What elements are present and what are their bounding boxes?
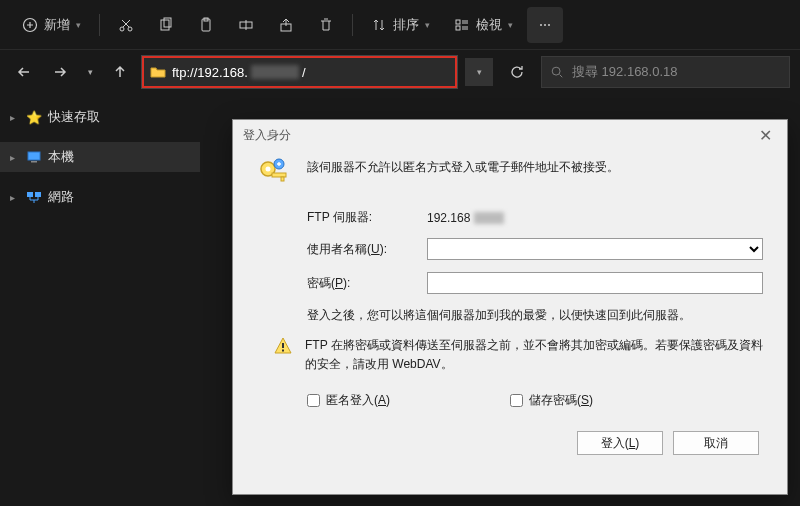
- chevron-down-icon: ▾: [425, 20, 430, 30]
- address-bar[interactable]: ftp://192.168./: [142, 56, 457, 88]
- paste-icon: [198, 17, 214, 33]
- divider: [352, 14, 353, 36]
- close-button[interactable]: ✕: [753, 123, 777, 147]
- view-button[interactable]: 檢視 ▾: [444, 7, 523, 43]
- cancel-button[interactable]: 取消: [673, 431, 759, 455]
- chevron-down-icon: ▾: [477, 67, 482, 77]
- svg-rect-18: [35, 192, 41, 197]
- server-value: 192.168: [427, 211, 763, 225]
- password-field[interactable]: [427, 272, 763, 294]
- chevron-right-icon: ▸: [10, 152, 20, 163]
- svg-point-2: [128, 27, 132, 31]
- svg-rect-15: [28, 152, 40, 160]
- close-icon: ✕: [759, 126, 772, 145]
- login-button[interactable]: 登入(L): [577, 431, 663, 455]
- password-label: 密碼(P):: [307, 275, 427, 292]
- share-icon: [278, 17, 294, 33]
- more-button[interactable]: [527, 7, 563, 43]
- address-history-dropdown[interactable]: ▾: [465, 58, 493, 86]
- refresh-icon: [509, 64, 525, 80]
- cut-icon: [118, 17, 134, 33]
- dialog-title: 登入身分: [243, 127, 291, 144]
- svg-point-20: [266, 167, 271, 172]
- new-label: 新增: [44, 16, 70, 34]
- star-icon: ⭐: [26, 109, 42, 125]
- svg-point-13: [548, 24, 550, 26]
- refresh-button[interactable]: [501, 56, 533, 88]
- svg-rect-17: [27, 192, 33, 197]
- dialog-message: 該伺服器不允許以匿名方式登入或電子郵件地址不被接受。: [307, 158, 763, 177]
- folder-icon: [150, 64, 166, 80]
- svg-rect-24: [282, 343, 284, 348]
- svg-point-12: [544, 24, 546, 26]
- plus-circle-icon: [22, 17, 38, 33]
- address-text: ftp://192.168./: [172, 65, 449, 80]
- sidebar-item-this-pc[interactable]: ▸ 本機: [0, 142, 200, 172]
- cut-button[interactable]: [108, 7, 144, 43]
- username-label: 使用者名稱(U):: [307, 241, 427, 258]
- svg-rect-22: [281, 177, 284, 181]
- sidebar-item-quick-access[interactable]: ▸ ⭐ 快速存取: [0, 102, 200, 132]
- server-label: FTP 伺服器:: [307, 209, 427, 226]
- ftp-login-dialog: 登入身分 ✕ 該伺服器不允許以匿名方式登入或電子郵件地址不被接受。 FTP 伺服…: [232, 119, 788, 495]
- chevron-right-icon: ▸: [10, 192, 20, 203]
- forward-button[interactable]: [46, 58, 74, 86]
- copy-icon: [158, 17, 174, 33]
- warning-icon: [273, 336, 293, 374]
- save-password-checkbox-input[interactable]: [510, 394, 523, 407]
- svg-rect-16: [31, 161, 37, 163]
- delete-button[interactable]: [308, 7, 344, 43]
- svg-rect-4: [164, 18, 171, 27]
- dialog-titlebar: 登入身分 ✕: [233, 120, 787, 150]
- search-icon: [550, 65, 564, 79]
- svg-rect-10: [456, 26, 460, 30]
- search-input[interactable]: 搜尋 192.168.0.18: [541, 56, 790, 88]
- chevron-down-icon: ▾: [76, 20, 81, 30]
- chevron-right-icon: ▸: [10, 112, 20, 123]
- arrow-left-icon: [17, 65, 31, 79]
- paste-button[interactable]: [188, 7, 224, 43]
- svg-rect-25: [282, 350, 284, 352]
- sidebar-item-network[interactable]: ▸ 網路: [0, 182, 200, 212]
- back-button[interactable]: [10, 58, 38, 86]
- view-label: 檢視: [476, 16, 502, 34]
- keys-icon: [257, 158, 293, 195]
- rename-icon: [238, 17, 254, 33]
- security-warning: FTP 在將密碼或資料傳送至伺服器之前，並不會將其加密或編碼。若要保護密碼及資料…: [305, 336, 763, 374]
- svg-rect-9: [456, 20, 460, 24]
- copy-button[interactable]: [148, 7, 184, 43]
- svg-rect-3: [161, 20, 169, 30]
- rename-button[interactable]: [228, 7, 264, 43]
- chevron-down-icon: ▾: [88, 67, 93, 77]
- pc-icon: [26, 149, 42, 165]
- more-icon: [537, 17, 553, 33]
- anonymous-checkbox-input[interactable]: [307, 394, 320, 407]
- network-icon: [26, 189, 42, 205]
- nav-bar: ▾ ftp://192.168./ ▾ 搜尋 192.168.0.18: [0, 50, 800, 94]
- sidebar-item-label: 本機: [48, 148, 74, 166]
- svg-point-14: [552, 67, 560, 75]
- chevron-down-icon: ▾: [508, 20, 513, 30]
- sidebar-item-label: 網路: [48, 188, 74, 206]
- recent-dropdown[interactable]: ▾: [82, 58, 98, 86]
- divider: [99, 14, 100, 36]
- search-placeholder: 搜尋 192.168.0.18: [572, 63, 678, 81]
- arrow-right-icon: [53, 65, 67, 79]
- sort-button[interactable]: 排序 ▾: [361, 7, 440, 43]
- sidebar: ▸ ⭐ 快速存取 ▸ 本機 ▸ 網路: [0, 94, 200, 506]
- sort-label: 排序: [393, 16, 419, 34]
- anonymous-checkbox[interactable]: 匿名登入(A): [307, 392, 390, 409]
- save-password-checkbox[interactable]: 儲存密碼(S): [510, 392, 593, 409]
- svg-point-11: [540, 24, 542, 26]
- favorites-hint: 登入之後，您可以將這個伺服器加到我的最愛，以便快速回到此伺服器。: [307, 306, 763, 324]
- username-combobox[interactable]: [427, 238, 763, 260]
- top-toolbar: 新增 ▾ 排序 ▾ 檢視 ▾: [0, 0, 800, 50]
- svg-rect-21: [272, 173, 286, 177]
- view-icon: [454, 17, 470, 33]
- new-button[interactable]: 新增 ▾: [12, 7, 91, 43]
- sidebar-item-label: 快速存取: [48, 108, 100, 126]
- svg-point-1: [120, 27, 124, 31]
- arrow-up-icon: [113, 65, 127, 79]
- up-button[interactable]: [106, 58, 134, 86]
- share-button[interactable]: [268, 7, 304, 43]
